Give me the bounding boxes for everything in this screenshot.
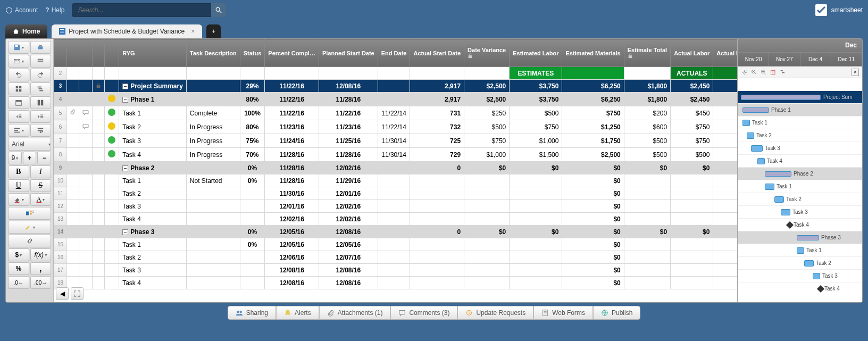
align-left-button[interactable]: ▾ xyxy=(8,124,29,137)
bold-button[interactable]: B xyxy=(8,165,29,178)
gantt-row[interactable]: Task 3 xyxy=(738,206,862,219)
gantt-close-icon[interactable]: × xyxy=(852,69,859,76)
gantt-row[interactable]: Task 3 xyxy=(738,270,862,282)
gantt-row[interactable]: Task 1 xyxy=(738,180,862,193)
zoom-in-icon[interactable] xyxy=(761,69,767,76)
table-row[interactable]: 5Task 1Complete100%11/22/1611/22/1611/22… xyxy=(54,106,738,120)
percent-button[interactable]: % xyxy=(8,262,29,275)
publish-button[interactable]: Publish xyxy=(593,306,640,320)
zoom-out-icon[interactable] xyxy=(751,69,757,76)
currency-button[interactable]: $▾ xyxy=(8,248,29,261)
gear-icon[interactable] xyxy=(741,69,748,76)
grid-view-button[interactable] xyxy=(8,82,29,95)
account-link[interactable]: Account xyxy=(5,6,38,14)
svg-rect-33 xyxy=(38,128,44,129)
table-row[interactable]: 9−Phase 20%11/28/1612/02/160$0$0$0$0$0$0… xyxy=(54,162,738,174)
gantt-row[interactable]: Task 3 xyxy=(738,142,862,155)
data-grid[interactable]: RYGTask DescriptionStatusPercent Compl…P… xyxy=(54,39,737,289)
alerts-button[interactable]: Alerts xyxy=(276,306,319,320)
table-row[interactable]: 14−Phase 30%12/05/1612/08/160$0$0$0$0$0$… xyxy=(54,226,738,238)
underline-button[interactable]: U xyxy=(8,179,29,192)
expand-button[interactable] xyxy=(71,287,84,300)
save-button[interactable]: ▾ xyxy=(8,41,29,54)
gantt-row[interactable]: Task 2 xyxy=(738,129,862,142)
comments-button[interactable]: Comments (3) xyxy=(390,306,457,320)
italic-button[interactable]: I xyxy=(30,165,52,178)
gantt-row[interactable]: Task 4 xyxy=(738,282,862,295)
gantt-row[interactable]: Phase 3 xyxy=(738,231,862,244)
scroll-left-button[interactable]: ◀ xyxy=(56,287,69,300)
svg-rect-36 xyxy=(30,211,32,213)
fontsize-decrease[interactable]: − xyxy=(37,152,51,164)
gantt-row[interactable]: Phase 1 xyxy=(738,104,862,117)
thousands-button[interactable]: , xyxy=(30,262,52,275)
table-row[interactable]: 18Task 412/08/1612/08/16$0$0$0 xyxy=(54,277,738,289)
print-button[interactable] xyxy=(30,41,52,54)
goto-today-icon[interactable] xyxy=(770,69,777,76)
tab-close-icon[interactable]: × xyxy=(191,28,195,35)
gantt-row[interactable]: Task 4 xyxy=(738,219,862,231)
gantt-row[interactable] xyxy=(738,78,862,91)
svg-line-46 xyxy=(755,72,756,74)
search-button[interactable] xyxy=(211,3,226,17)
fontsize-value: 9 xyxy=(11,154,15,162)
table-row[interactable]: 7Task 3In Progress75%11/24/1611/25/1611/… xyxy=(54,134,738,148)
rows-button[interactable] xyxy=(30,55,52,68)
brand-logo: smartsheet xyxy=(814,3,863,17)
gantt-row[interactable]: Project Sum xyxy=(738,91,862,104)
search-input[interactable] xyxy=(72,3,226,17)
table-row[interactable]: 15Task 10%12/05/1612/05/16$0$0$0 xyxy=(54,238,738,251)
table-row[interactable]: 3−Project Summary29%11/22/1612/08/162,91… xyxy=(54,80,738,93)
tab-home[interactable]: Home xyxy=(5,24,47,38)
gantt-row[interactable]: Task 4 xyxy=(738,155,862,168)
table-row[interactable]: 10Task 1Not Started0%11/28/1611/29/16$0$… xyxy=(54,174,738,187)
formula-button[interactable]: f(x)▾ xyxy=(30,248,52,261)
decimal-increase-button[interactable]: .0← xyxy=(8,276,29,289)
web-forms-button[interactable]: Web Forms xyxy=(533,306,593,320)
svg-rect-11 xyxy=(38,59,44,61)
svg-rect-23 xyxy=(41,100,43,106)
table-row[interactable]: 12Task 312/01/1612/02/16$0$0$0 xyxy=(54,200,738,213)
attachments-button[interactable]: Attachments (1) xyxy=(319,306,391,320)
tab-sheet[interactable]: Project with Schedule & Budget Variance× xyxy=(52,24,202,38)
table-row[interactable]: 6Task 2In Progress80%11/23/1611/23/1611/… xyxy=(54,120,738,134)
conditional-format-button[interactable] xyxy=(8,207,51,220)
gantt-row[interactable]: Task 2 xyxy=(738,193,862,206)
help-link[interactable]: ?Help xyxy=(45,6,64,14)
table-row[interactable]: 13Task 412/02/1612/02/16$0$0$0 xyxy=(54,213,738,226)
tab-add[interactable]: + xyxy=(206,24,221,38)
critical-path-icon[interactable] xyxy=(780,69,786,76)
sharing-button[interactable]: Sharing xyxy=(228,306,276,320)
fontsize-increase[interactable]: + xyxy=(23,152,37,164)
outdent-button[interactable] xyxy=(8,110,29,123)
strike-button[interactable]: S xyxy=(30,179,52,192)
gantt-view-button[interactable] xyxy=(30,82,52,95)
table-row[interactable]: 17Task 312/08/1612/08/16$0$0$0 xyxy=(54,264,738,277)
highlight-button[interactable]: ▾ xyxy=(8,221,51,234)
gantt-row[interactable]: Task 2 xyxy=(738,257,862,270)
gantt-row[interactable]: Task 1 xyxy=(738,244,862,257)
fontsize-select[interactable]: 9▾ xyxy=(8,152,22,164)
table-row[interactable]: 11Task 211/30/1612/01/16$0$0$0 xyxy=(54,187,738,200)
text-color-button[interactable]: A▾ xyxy=(30,193,52,206)
svg-line-50 xyxy=(764,72,766,74)
link-button[interactable] xyxy=(8,235,51,247)
calendar-button[interactable] xyxy=(8,96,29,109)
table-row[interactable]: 16Task 212/06/1612/07/16$0$0$0 xyxy=(54,251,738,264)
font-select[interactable]: Arial▾ xyxy=(8,138,51,151)
gantt-toolbar: × xyxy=(738,66,862,78)
mail-button[interactable]: ▾ xyxy=(8,55,29,68)
table-row[interactable]: 4−Phase 180%11/22/1611/28/162,917$2,500$… xyxy=(54,93,738,106)
wrap-button[interactable] xyxy=(30,124,52,137)
table-row[interactable]: 2ESTIMATESACTUALS xyxy=(54,67,738,80)
update-requests-button[interactable]: Update Requests xyxy=(457,306,533,320)
gantt-row[interactable]: Task 1 xyxy=(738,117,862,129)
indent-button[interactable] xyxy=(30,110,52,123)
undo-button[interactable] xyxy=(8,69,29,81)
table-row[interactable]: 8Task 4In Progress70%11/28/1611/28/1611/… xyxy=(54,148,738,162)
redo-button[interactable] xyxy=(30,69,52,81)
gantt-row[interactable]: Phase 2 xyxy=(738,168,862,180)
decimal-decrease-button[interactable]: .00→ xyxy=(30,276,52,289)
fill-color-button[interactable]: ▾ xyxy=(8,193,29,206)
card-view-button[interactable] xyxy=(30,96,52,109)
